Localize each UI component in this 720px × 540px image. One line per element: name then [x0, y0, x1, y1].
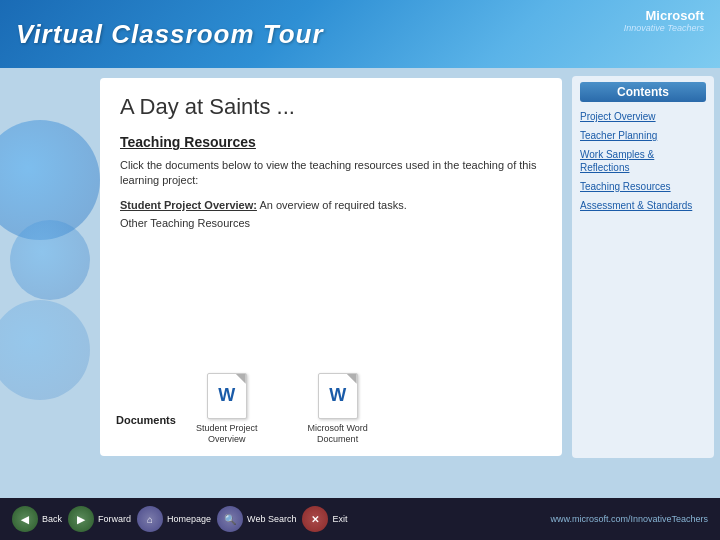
contents-link-work-samples[interactable]: Work Samples & Reflections [580, 148, 706, 174]
exit-label: Exit [332, 514, 347, 524]
search-icon: 🔍 [217, 506, 243, 532]
microsoft-logo: Microsoft Innovative Teachers [624, 8, 704, 33]
doc-item-1[interactable]: W Student Project Overview [196, 373, 258, 446]
homepage-label: Homepage [167, 514, 211, 524]
doc-label-1: Student Project Overview [196, 423, 258, 446]
document-icons: W Student Project Overview W Microsoft W… [196, 373, 368, 446]
contents-box: Contents Project Overview Teacher Planni… [572, 76, 714, 458]
forward-label: Forward [98, 514, 131, 524]
footer-nav: ◀ Back ▶ Forward ⌂ Homepage 🔍 Web Search… [12, 506, 347, 532]
back-button[interactable]: ◀ Back [12, 506, 62, 532]
web-search-button[interactable]: 🔍 Web Search [217, 506, 296, 532]
word-icon-2: W [329, 385, 346, 406]
project-overview-bold: Student Project Overview: [120, 199, 257, 211]
contents-link-teacher-planning[interactable]: Teacher Planning [580, 129, 706, 142]
doc-item-2[interactable]: W Microsoft Word Document [307, 373, 367, 446]
contents-link-teaching-resources[interactable]: Teaching Resources [580, 180, 706, 193]
other-resources-text: Other Teaching Resources [120, 217, 542, 229]
forward-button[interactable]: ▶ Forward [68, 506, 131, 532]
center-content: A Day at Saints ... Teaching Resources C… [100, 78, 562, 456]
app-header: Virtual Classroom Tour Microsoft Innovat… [0, 0, 720, 68]
word-icon-1: W [218, 385, 235, 406]
app-title: Virtual Classroom Tour [16, 19, 324, 50]
exit-icon: ✕ [302, 506, 328, 532]
footer-url: www.microsoft.com/InnovativeTeachers [550, 514, 708, 524]
contents-header: Contents [580, 82, 706, 102]
right-sidebar: Contents Project Overview Teacher Planni… [572, 68, 720, 466]
page-title: A Day at Saints ... [120, 94, 542, 120]
left-spacer [0, 68, 100, 466]
documents-label: Documents [116, 414, 176, 446]
project-overview-text: Student Project Overview: An overview of… [120, 199, 542, 211]
back-label: Back [42, 514, 62, 524]
web-search-label: Web Search [247, 514, 296, 524]
doc-icon-2: W [318, 373, 358, 419]
home-icon: ⌂ [137, 506, 163, 532]
exit-button[interactable]: ✕ Exit [302, 506, 347, 532]
footer: ◀ Back ▶ Forward ⌂ Homepage 🔍 Web Search… [0, 498, 720, 540]
microsoft-sub: Innovative Teachers [624, 23, 704, 33]
project-overview-rest: An overview of required tasks. [257, 199, 407, 211]
contents-link-project-overview[interactable]: Project Overview [580, 110, 706, 123]
homepage-button[interactable]: ⌂ Homepage [137, 506, 211, 532]
forward-icon: ▶ [68, 506, 94, 532]
back-icon: ◀ [12, 506, 38, 532]
description-text: Click the documents below to view the te… [120, 158, 542, 189]
main-area: A Day at Saints ... Teaching Resources C… [0, 68, 720, 466]
microsoft-brand: Microsoft [624, 8, 704, 23]
documents-section: Documents W Student Project Overview W [100, 373, 562, 446]
doc-icon-1: W [207, 373, 247, 419]
section-title: Teaching Resources [120, 134, 542, 150]
doc-label-2: Microsoft Word Document [307, 423, 367, 446]
contents-link-assessment[interactable]: Assessment & Standards [580, 199, 706, 212]
